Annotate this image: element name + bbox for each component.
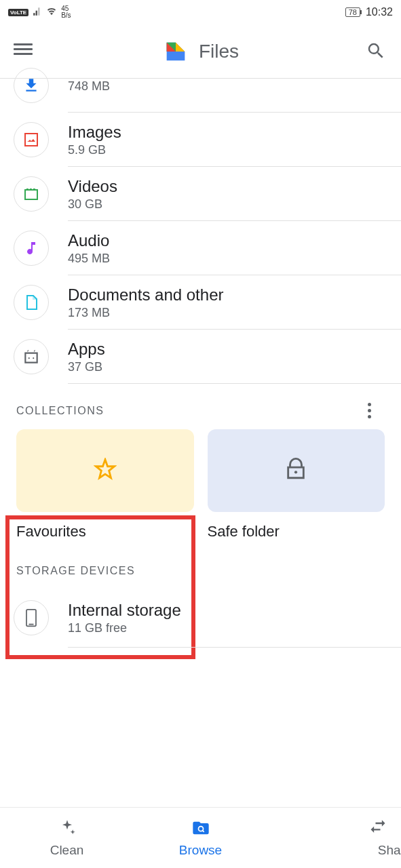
collections-title: COLLECTIONS (16, 405, 104, 417)
storage-internal[interactable]: Internal storage 11 GB free (0, 588, 401, 648)
category-downloads[interactable]: 748 MB (0, 58, 401, 113)
safefolder-tile (208, 429, 385, 512)
svg-point-2 (294, 471, 297, 473)
nav-label: Shar (378, 843, 401, 858)
svg-rect-3 (26, 610, 36, 627)
collections-grid: Favourites Safe folder (0, 429, 401, 540)
audio-icon (14, 231, 49, 266)
category-name-label: Apps (68, 340, 387, 359)
category-name-label: Audio (68, 231, 387, 250)
storage-title: STORAGE DEVICES (16, 565, 135, 577)
category-size-label: 5.9 GB (68, 143, 387, 157)
video-icon (14, 176, 49, 212)
category-list: 748 MB Images 5.9 GB Videos 30 GB Audio … (0, 58, 401, 384)
more-icon[interactable] (368, 403, 385, 418)
category-images[interactable]: Images 5.9 GB (0, 113, 401, 167)
nav-label: Browse (179, 843, 222, 858)
category-size-label: 173 MB (68, 306, 387, 320)
clock: 10:32 (366, 6, 393, 18)
storage-free-label: 11 GB free (68, 621, 387, 635)
category-videos[interactable]: Videos 30 GB (0, 167, 401, 221)
category-audio[interactable]: Audio 495 MB (0, 221, 401, 275)
category-documents[interactable]: Documents and other 173 MB (0, 275, 401, 330)
category-size-label: 37 GB (68, 360, 387, 374)
status-bar: VoLTE 45 B/s 78 10:32 (0, 0, 401, 24)
signal-icon (33, 7, 42, 18)
swap-icon (368, 818, 387, 840)
image-icon (14, 122, 49, 157)
category-size-label: 748 MB (68, 79, 387, 94)
folder-search-icon (191, 818, 210, 840)
network-speed: 45 B/s (61, 5, 71, 19)
storage-name-label: Internal storage (68, 601, 387, 620)
wifi-icon (46, 7, 57, 18)
category-size-label: 30 GB (68, 197, 387, 212)
nav-clean[interactable]: Clean (0, 808, 134, 868)
bottom-nav: Clean Browse Shar (0, 807, 401, 868)
download-icon (14, 68, 49, 103)
category-size-label: 495 MB (68, 252, 387, 266)
phone-icon (14, 600, 49, 635)
collection-label: Favourites (16, 523, 194, 540)
collections-header: COLLECTIONS (0, 384, 401, 429)
storage-header: STORAGE DEVICES (0, 540, 401, 588)
apps-icon (14, 339, 49, 374)
category-name-label: Images (68, 123, 387, 142)
collection-favourites[interactable]: Favourites (16, 429, 194, 540)
collection-safefolder[interactable]: Safe folder (208, 429, 385, 540)
svg-point-0 (28, 357, 30, 359)
star-icon (94, 458, 117, 484)
nav-label: Clean (50, 843, 84, 858)
volte-badge: VoLTE (8, 9, 28, 16)
favourites-tile (16, 429, 194, 512)
lock-icon (284, 458, 307, 484)
collection-label: Safe folder (208, 523, 385, 540)
battery-indicator: 78 (345, 7, 360, 17)
category-apps[interactable]: Apps 37 GB (0, 330, 401, 384)
svg-point-1 (33, 357, 34, 359)
nav-share[interactable]: Shar (267, 808, 401, 868)
nav-browse[interactable]: Browse (134, 808, 267, 868)
sparkle-icon (58, 818, 77, 840)
document-icon (14, 285, 49, 320)
category-name-label: Documents and other (68, 285, 387, 304)
category-name-label: Videos (68, 177, 387, 196)
